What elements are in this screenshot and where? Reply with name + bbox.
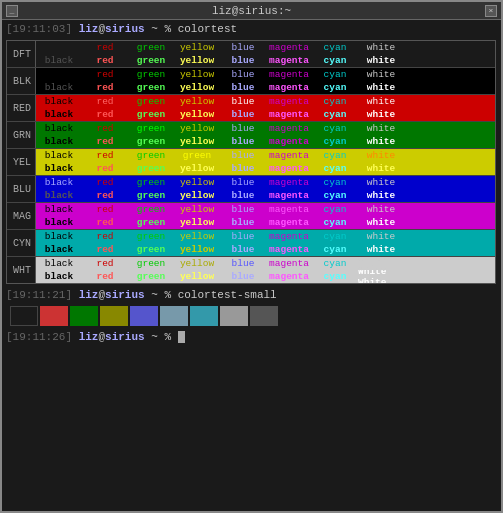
mag-1-7: cyan	[312, 203, 358, 216]
dft-1-3: green	[128, 41, 174, 54]
mag-line1: black red green yellow blue magenta cyan…	[36, 203, 495, 216]
red-2-5: blue	[220, 108, 266, 121]
prompt-3-time: [19:11:26]	[6, 330, 72, 344]
grn-1-3: green	[128, 122, 174, 135]
cyn-line2: black red green yellow blue magenta cyan…	[36, 243, 495, 256]
row-blu: BLU black red green yellow blue magenta …	[7, 176, 495, 203]
dft-2-1: black	[36, 54, 82, 67]
blu-1-7: cyan	[312, 176, 358, 189]
red-1-5: blue	[220, 95, 266, 108]
section-red: black red green yellow blue magenta cyan…	[35, 95, 495, 121]
close-icon[interactable]: ×	[485, 5, 497, 17]
yel-2-2: red	[82, 162, 128, 175]
red-2-7: cyan	[312, 108, 358, 121]
cyn-1-2: red	[82, 230, 128, 243]
swatch-8	[220, 306, 248, 326]
row-yel: YEL black red green green blue magenta c…	[7, 149, 495, 176]
red-line1: black red green yellow blue magenta cyan…	[36, 95, 495, 108]
red-1-8: white	[358, 95, 404, 108]
red-1-1: black	[36, 95, 82, 108]
row-mag: MAG black red green yellow blue magenta …	[7, 203, 495, 230]
swatch-2	[40, 306, 68, 326]
cyn-2-4: yellow	[174, 243, 220, 256]
blu-1-6: magenta	[266, 176, 312, 189]
wht-line2: black red green yellow blue magenta cyan…	[36, 270, 495, 283]
red-2-2: red	[82, 108, 128, 121]
cyn-2-5: blue	[220, 243, 266, 256]
prompt-3-host: sirius	[105, 330, 145, 344]
mag-2-5: blue	[220, 216, 266, 229]
cyn-1-6: magenta	[266, 230, 312, 243]
grn-2-3: green	[128, 135, 174, 148]
cyn-1-5: blue	[220, 230, 266, 243]
dft-1-4: yellow	[174, 41, 220, 54]
blu-1-4: yellow	[174, 176, 220, 189]
label-mag: MAG	[7, 203, 35, 229]
grn-1-7: cyan	[312, 122, 358, 135]
red-1-2: red	[82, 95, 128, 108]
red-1-3: green	[128, 95, 174, 108]
dft-line1: red green yellow blue magenta cyan white	[36, 41, 495, 54]
blu-2-2: red	[82, 189, 128, 202]
cyn-1-3: green	[128, 230, 174, 243]
blu-1-1: black	[36, 176, 82, 189]
yel-line2: black red green yellow blue magenta cyan…	[36, 162, 495, 175]
dft-2-2: red	[82, 54, 128, 67]
blu-2-1: black	[36, 189, 82, 202]
terminal-body[interactable]: [19:11:03] liz@sirius ~ % colortest DFT …	[2, 20, 501, 511]
row-cyn: CYN black red green yellow blue magenta …	[7, 230, 495, 257]
dft-1-1	[36, 41, 82, 54]
section-grn: black red green yellow blue magenta cyan…	[35, 122, 495, 148]
blk-2-2: red	[82, 81, 128, 94]
grn-1-1: black	[36, 122, 82, 135]
red-line2: black red green yellow blue magenta cyan…	[36, 108, 495, 121]
grn-line1: black red green yellow blue magenta cyan…	[36, 122, 495, 135]
colortest-table: DFT red green yellow blue magenta cyan w…	[6, 40, 496, 284]
grn-2-6: magenta	[266, 135, 312, 148]
yel-1-6: magenta	[266, 149, 312, 162]
grn-line2: black red green yellow blue magenta cyan…	[36, 135, 495, 148]
yel-2-8: white	[358, 162, 404, 175]
dft-1-7: cyan	[312, 41, 358, 54]
red-2-8: white	[358, 108, 404, 121]
mag-1-6: magenta	[266, 203, 312, 216]
prompt-1-time: [19:11:03]	[6, 22, 72, 36]
prompt-1: [19:11:03] liz@sirius ~ % colortest	[6, 22, 497, 36]
row-grn: GRN black red green yellow blue magenta …	[7, 122, 495, 149]
yel-1-7: cyan	[312, 149, 358, 162]
yel-2-6: magenta	[266, 162, 312, 175]
label-dft: DFT	[7, 41, 35, 67]
wht-2-7: cyan	[312, 270, 358, 283]
titlebar-icons: _	[6, 5, 18, 17]
blu-2-4: yellow	[174, 189, 220, 202]
red-2-1: black	[36, 108, 82, 121]
cyn-1-1: black	[36, 230, 82, 243]
grn-1-5: blue	[220, 122, 266, 135]
wht-line1: black red green yellow blue magenta cyan…	[36, 257, 495, 270]
cyn-2-2: red	[82, 243, 128, 256]
mag-2-1: black	[36, 216, 82, 229]
titlebar: _ liz@sirius:~ ×	[2, 2, 501, 20]
wht-1-5: blue	[220, 257, 266, 270]
blu-line1: black red green yellow blue magenta cyan…	[36, 176, 495, 189]
cyn-1-7: cyan	[312, 230, 358, 243]
terminal-window: _ liz@sirius:~ × [19:11:03] liz@sirius ~…	[0, 0, 503, 513]
blk-2-3: green	[128, 81, 174, 94]
row-red: RED black red green yellow blue magenta …	[7, 95, 495, 122]
label-wht: WHT	[7, 257, 35, 283]
cyn-1-4: yellow	[174, 230, 220, 243]
dft-1-2: red	[82, 41, 128, 54]
minimize-icon[interactable]: _	[6, 5, 18, 17]
blk-2-4: yellow	[174, 81, 220, 94]
dft-2-4: yellow	[174, 54, 220, 67]
label-yel: YEL	[7, 149, 35, 175]
grn-1-4: yellow	[174, 122, 220, 135]
blk-1-8: white	[358, 68, 404, 81]
dft-1-8: white	[358, 41, 404, 54]
blu-1-2: red	[82, 176, 128, 189]
wht-1-2: red	[82, 257, 128, 270]
section-mag: black red green yellow blue magenta cyan…	[35, 203, 495, 229]
red-1-7: cyan	[312, 95, 358, 108]
wht-2-6: magenta	[266, 270, 312, 283]
prompt-2-user: liz	[79, 288, 99, 302]
